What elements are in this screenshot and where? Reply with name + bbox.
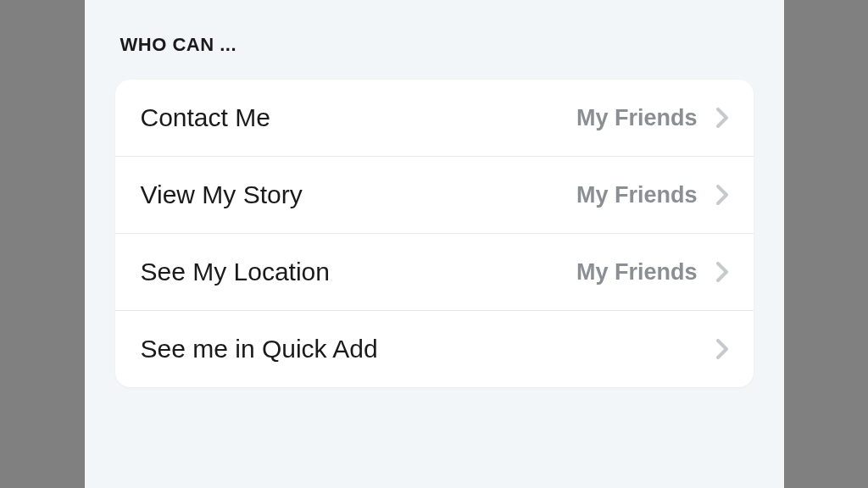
row-label: See My Location xyxy=(141,258,330,286)
row-value: My Friends xyxy=(576,182,698,208)
row-see-my-location[interactable]: See My Location My Friends xyxy=(115,233,754,310)
settings-card: Contact Me My Friends View My Story My F… xyxy=(115,80,754,387)
row-right: My Friends xyxy=(576,259,728,286)
row-label: View My Story xyxy=(141,180,303,209)
chevron-right-icon xyxy=(716,262,728,282)
row-right xyxy=(698,339,728,359)
row-contact-me[interactable]: Contact Me My Friends xyxy=(115,80,754,156)
chevron-right-icon xyxy=(716,185,728,205)
section-title: WHO CAN ... xyxy=(120,34,754,56)
row-value: My Friends xyxy=(576,259,698,286)
row-right: My Friends xyxy=(576,105,728,131)
row-value: My Friends xyxy=(576,105,698,131)
chevron-right-icon xyxy=(716,339,728,359)
chevron-right-icon xyxy=(716,108,728,128)
row-label: Contact Me xyxy=(141,103,270,132)
row-view-my-story[interactable]: View My Story My Friends xyxy=(115,156,754,233)
row-label: See me in Quick Add xyxy=(141,335,378,363)
settings-panel: WHO CAN ... Contact Me My Friends View M… xyxy=(85,0,784,488)
row-right: My Friends xyxy=(576,182,728,208)
row-see-me-in-quick-add[interactable]: See me in Quick Add xyxy=(115,310,754,387)
